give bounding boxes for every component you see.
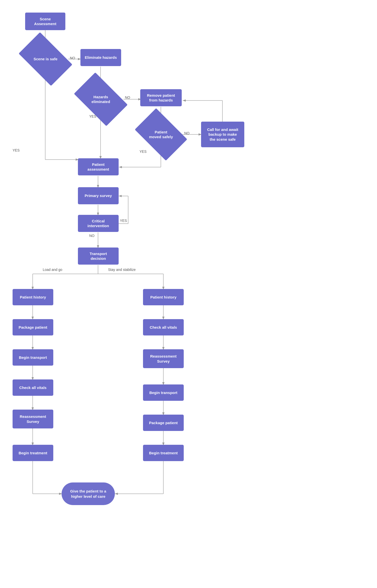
edge-label-load-and-go: Load and go bbox=[43, 268, 62, 272]
left-begin-treatment-node: Begin treatment bbox=[13, 445, 53, 461]
flowchart-arrows bbox=[0, 0, 377, 588]
right-begin-treatment-node: Begin treatment bbox=[143, 445, 184, 461]
eliminate-hazards-node: Eliminate hazards bbox=[80, 49, 121, 66]
scene-is-safe-node: Scene is safe bbox=[23, 44, 68, 74]
edge-label-no-scene: NO bbox=[70, 56, 75, 60]
right-patient-history-label: Patient history bbox=[150, 295, 176, 300]
right-patient-history-node: Patient history bbox=[143, 289, 184, 305]
transport-decision-node: Transportdecision bbox=[78, 248, 119, 265]
right-begin-transport-label: Begin transport bbox=[149, 390, 177, 395]
left-package-patient-label: Package patient bbox=[19, 325, 47, 330]
left-package-patient-node: Package patient bbox=[13, 319, 53, 335]
left-patient-history-label: Patient history bbox=[20, 295, 46, 300]
left-check-vitals-node: Check all vitals bbox=[13, 379, 53, 396]
left-patient-history-node: Patient history bbox=[13, 289, 53, 305]
edge-label-yes-hazards: YES bbox=[89, 114, 96, 118]
hazards-eliminated-node: Hazardseliminated bbox=[78, 84, 124, 114]
left-reassessment-node: ReassessmentSurvey bbox=[13, 410, 53, 428]
transport-decision-label: Transportdecision bbox=[89, 251, 107, 261]
edge-label-yes-critical: YES bbox=[120, 219, 127, 223]
left-begin-transport-node: Begin transport bbox=[13, 349, 53, 366]
higher-level-care-node: Give the patient to ahigher level of car… bbox=[62, 482, 115, 505]
edge-label-stay-stabilize: Stay and stabilize bbox=[108, 268, 136, 272]
right-package-patient-label: Package patient bbox=[149, 420, 178, 425]
eliminate-hazards-label: Eliminate hazards bbox=[85, 55, 117, 60]
patient-assessment-node: Patientassessment bbox=[78, 158, 119, 175]
right-reassessment-label: ReassessmentSurvey bbox=[150, 354, 176, 364]
right-check-vitals-label: Check all vitals bbox=[150, 325, 177, 330]
edge-label-yes-moved: YES bbox=[139, 150, 147, 154]
patient-moved-safely-label: Patientmoved safely bbox=[149, 130, 173, 139]
call-backup-node: Call for and awaitbackup to makethe scen… bbox=[201, 122, 244, 147]
higher-level-care-label: Give the patient to ahigher level of car… bbox=[70, 488, 106, 499]
scene-assessment-label: Scene Assessment bbox=[34, 17, 56, 26]
left-begin-transport-label: Begin transport bbox=[19, 355, 47, 360]
edge-label-no-critical: NO bbox=[89, 234, 95, 238]
patient-assessment-label: Patientassessment bbox=[87, 162, 109, 172]
edge-label-yes-scene: YES bbox=[13, 148, 20, 152]
right-begin-transport-node: Begin transport bbox=[143, 384, 184, 401]
right-begin-treatment-label: Begin treatment bbox=[149, 451, 178, 456]
scene-is-safe-label: Scene is safe bbox=[33, 57, 57, 62]
primary-survey-node: Primary survey bbox=[78, 187, 119, 204]
hazards-eliminated-label: Hazardseliminated bbox=[91, 94, 110, 104]
scene-assessment-node: Scene Assessment bbox=[25, 13, 65, 30]
left-begin-treatment-label: Begin treatment bbox=[19, 451, 47, 456]
remove-patient-label: Remove patientfrom hazards bbox=[147, 93, 175, 103]
right-check-vitals-node: Check all vitals bbox=[143, 319, 184, 335]
edge-label-no-hazards: NO bbox=[125, 95, 130, 100]
critical-intervention-label: Criticalintervention bbox=[87, 219, 109, 228]
patient-moved-safely-node: Patientmoved safely bbox=[139, 119, 183, 150]
right-package-patient-node: Package patient bbox=[143, 415, 184, 431]
left-check-vitals-label: Check all vitals bbox=[19, 385, 46, 390]
call-backup-label: Call for and awaitbackup to makethe scen… bbox=[207, 127, 238, 142]
primary-survey-label: Primary survey bbox=[85, 193, 112, 198]
right-reassessment-node: ReassessmentSurvey bbox=[143, 349, 184, 368]
left-reassessment-label: ReassessmentSurvey bbox=[20, 414, 46, 424]
critical-intervention-node: Criticalintervention bbox=[78, 215, 119, 232]
edge-label-no-moved: NO bbox=[184, 131, 190, 135]
remove-patient-node: Remove patientfrom hazards bbox=[140, 89, 182, 106]
flowchart-container: Scene Assessment Scene is safe Eliminate… bbox=[0, 0, 377, 588]
